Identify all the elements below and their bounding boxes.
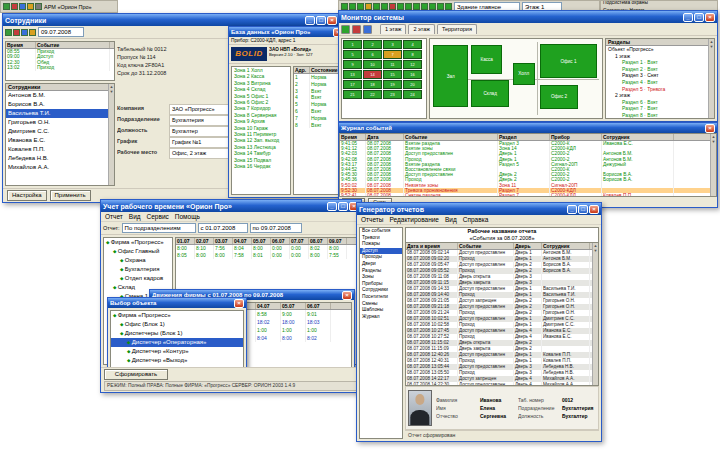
- section-state-cell[interactable]: 12: [403, 60, 422, 69]
- column-header[interactable]: Событие: [404, 134, 498, 140]
- employee-list-item[interactable]: Григорьев О.Н.: [6, 118, 114, 127]
- section-state-cell[interactable]: [341, 3, 348, 10]
- employee-list-item[interactable]: Борисов В.А.: [6, 100, 114, 109]
- column-header[interactable]: 09.07: [328, 238, 347, 244]
- object-tree-item[interactable]: Диспетчер «Контур»: [111, 347, 243, 356]
- address-row[interactable]: 1Норма: [294, 74, 342, 81]
- address-row[interactable]: 5Норма: [294, 101, 342, 108]
- section-tree-item[interactable]: Раздел 6 · Взят: [606, 99, 714, 106]
- date-field[interactable]: 09.07.2008: [38, 27, 84, 37]
- column-header[interactable]: Сотрудник: [542, 243, 590, 249]
- close-button[interactable]: ×: [705, 124, 715, 133]
- toolbar-icon[interactable]: [13, 29, 20, 36]
- personnel-titlebar[interactable]: Сотрудники _ □ ×: [3, 14, 339, 26]
- report-type-item[interactable]: Смены: [360, 301, 402, 308]
- section-state-cell[interactable]: [349, 3, 356, 10]
- section-state-cell[interactable]: 24: [403, 90, 422, 99]
- address-row[interactable]: 6Взят: [294, 108, 342, 115]
- menu-item[interactable]: Вид: [445, 216, 457, 223]
- maximize-button[interactable]: □: [578, 205, 588, 214]
- object-tree-item[interactable]: Диспетчер «Выход»: [111, 356, 243, 365]
- toolbar-icon[interactable]: [19, 3, 26, 10]
- employee-list-item[interactable]: Дмитриев С.С.: [6, 127, 114, 136]
- section-state-cell[interactable]: 5: [343, 50, 362, 59]
- room[interactable]: Зал: [433, 45, 467, 107]
- worktime-titlebar[interactable]: Учет рабочего времени «Орион Про» _ □ ×: [101, 200, 361, 212]
- employee-list-item[interactable]: Лебедева Н.В.: [6, 154, 114, 163]
- section-state-cell[interactable]: [373, 3, 380, 10]
- scrollbar[interactable]: ▲▼: [710, 134, 716, 196]
- section-state-cell[interactable]: 18: [363, 80, 382, 89]
- menu-item[interactable]: Помощь: [175, 213, 200, 220]
- menu-item[interactable]: Справка: [463, 216, 489, 223]
- section-tree-item[interactable]: Объект «Прогресс»: [606, 46, 714, 53]
- room[interactable]: Офис 2: [540, 85, 578, 109]
- report-type-item[interactable]: Доступ: [360, 248, 402, 255]
- menu-item[interactable]: Отчеты: [361, 216, 383, 223]
- section-state-cell[interactable]: 6: [363, 50, 382, 59]
- section-state-cell[interactable]: [421, 3, 428, 10]
- section-state-cell[interactable]: [429, 3, 436, 10]
- section-tree-item[interactable]: Раздел 1 · Взят: [606, 59, 714, 66]
- toolbar-icon[interactable]: [5, 29, 12, 36]
- column-header[interactable]: Время: [340, 134, 366, 140]
- room[interactable]: Касса: [471, 45, 502, 73]
- section-state-cell[interactable]: 11: [383, 60, 402, 69]
- address-row[interactable]: 3Взят: [294, 88, 342, 95]
- column-header[interactable]: Событие: [36, 42, 110, 48]
- column-header[interactable]: Адр.: [294, 67, 310, 73]
- monitor-titlebar[interactable]: Монитор системы _ □ ×: [339, 11, 717, 23]
- section-tree-item[interactable]: Раздел 3 · Снят: [606, 72, 714, 79]
- maximize-button[interactable]: □: [694, 13, 704, 22]
- column-header[interactable]: Событие: [458, 243, 514, 249]
- column-header[interactable]: Сотрудник: [602, 134, 674, 140]
- scrollbar[interactable]: ▲▼: [708, 39, 714, 118]
- column-header[interactable]: Время: [6, 42, 36, 48]
- employee-list-item[interactable]: Ковалев П.П.: [6, 145, 114, 154]
- report-row[interactable]: 08.07.2008 14:22:30Доступ предоставленДв…: [406, 382, 598, 386]
- report-type-item[interactable]: Приборы: [360, 281, 402, 288]
- object-tree-item[interactable]: Пост охраны: [111, 365, 243, 367]
- address-row[interactable]: 4Взят: [294, 94, 342, 101]
- section-state-cell[interactable]: 13: [343, 70, 362, 79]
- arm-icon[interactable]: [341, 25, 350, 34]
- section-tree-item[interactable]: 1 этаж: [606, 53, 714, 60]
- worktime-grid-row[interactable]: 8:008:107:568:048:000:000:008:028:00: [176, 245, 358, 252]
- object-tree-item[interactable]: Фирма «Прогресс»: [111, 311, 243, 320]
- org-tree-item[interactable]: Охрана: [104, 256, 172, 265]
- toolbar-icon[interactable]: [35, 3, 42, 10]
- address-row[interactable]: 8Взят: [294, 122, 342, 129]
- address-row[interactable]: 7Норма: [294, 115, 342, 122]
- section-state-cell[interactable]: 10: [363, 60, 382, 69]
- report-type-item[interactable]: Разделы: [360, 268, 402, 275]
- column-header[interactable]: 07.07: [290, 238, 309, 244]
- section-state-cell[interactable]: [405, 3, 412, 10]
- column-header[interactable]: 06.07: [306, 303, 331, 309]
- close-button[interactable]: ×: [342, 291, 352, 300]
- section-state-cell[interactable]: 17: [343, 80, 362, 89]
- report-combo[interactable]: По подразделениям: [122, 223, 196, 233]
- column-header[interactable]: Дверь: [514, 243, 542, 249]
- plan-tab[interactable]: Территория: [437, 24, 477, 34]
- org-tree-item[interactable]: Бухгалтерия: [104, 265, 172, 274]
- close-button[interactable]: ×: [234, 299, 244, 308]
- column-header[interactable]: Раздел: [498, 134, 550, 140]
- footer-button[interactable]: Применить: [50, 190, 91, 201]
- menu-item[interactable]: Сервис: [147, 213, 169, 220]
- footer-button[interactable]: Настройка: [7, 190, 47, 201]
- section-tree-item[interactable]: Раздел 5 · Тревога: [606, 86, 714, 93]
- report-type-item[interactable]: Зоны: [360, 274, 402, 281]
- dialog-titlebar[interactable]: Выбор объекта ×: [108, 298, 246, 308]
- room[interactable]: Офис 1: [540, 44, 597, 79]
- report-type-item[interactable]: Тревоги: [360, 235, 402, 242]
- reset-icon[interactable]: [363, 25, 372, 34]
- column-header[interactable]: 03.07: [214, 238, 233, 244]
- section-state-cell[interactable]: 19: [383, 80, 402, 89]
- room[interactable]: Склад: [471, 80, 509, 107]
- report-type-item[interactable]: Шаблоны: [360, 307, 402, 314]
- worktime-grid-row[interactable]: 8:058:008:007:588:010:000:008:007:55: [176, 252, 358, 259]
- minimize-button[interactable]: _: [683, 13, 693, 22]
- plan-tab[interactable]: 2 этаж: [408, 24, 434, 34]
- minimize-button[interactable]: _: [567, 205, 577, 214]
- close-button[interactable]: ×: [327, 16, 337, 25]
